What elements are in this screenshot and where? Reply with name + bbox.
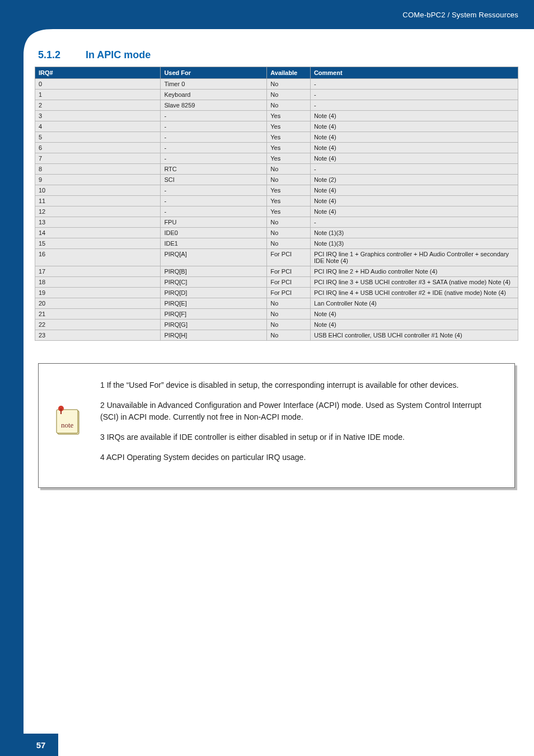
cell-irq: 8 [35,164,161,175]
table-row: 4-YesNote (4) [35,121,518,132]
cell-avail: Yes [267,206,311,217]
cell-comment: PCI IRQ line 4 + USB UCHI controller #2 … [310,288,518,298]
cell-irq: 5 [35,132,161,143]
cell-used: PIRQ[F] [161,309,267,320]
cell-comment: - [310,79,518,90]
table-row: 19PIRQ[D]For PCIPCI IRQ line 4 + USB UCH… [35,288,518,298]
cell-avail: Yes [267,111,311,121]
cell-irq: 15 [35,238,161,249]
page-number: 57 [24,734,58,756]
cell-used: PIRQ[G] [161,320,267,330]
cell-irq: 18 [35,277,161,288]
cell-avail: Yes [267,196,311,206]
col-header-irq: IRQ# [35,67,161,79]
section-heading: 5.1.2 In APIC mode [38,49,518,61]
cell-used: Keyboard [161,90,267,100]
cell-comment: Lan Controller Note (4) [310,298,518,309]
cell-avail: For PCI [267,288,311,298]
cell-used: PIRQ[H] [161,330,267,341]
table-row: 13FPUNo- [35,217,518,228]
table-row: 3-YesNote (4) [35,111,518,121]
breadcrumb: COMe-bPC2 / System Ressources [402,11,518,19]
cell-comment: Note (4) [310,309,518,320]
cell-avail: No [267,175,311,185]
cell-comment: Note (4) [310,206,518,217]
cell-used: PIRQ[C] [161,277,267,288]
cell-avail: Yes [267,153,311,164]
note-2: 2 Unavailable in Advanced Configuration … [100,400,499,422]
cell-comment: Note (4) [310,185,518,196]
cell-comment: Note (1)(3) [310,238,518,249]
section-title: In APIC mode [86,49,151,60]
cell-avail: No [267,100,311,111]
table-row: 2Slave 8259No- [35,100,518,111]
cell-avail: No [267,217,311,228]
cell-avail: Yes [267,121,311,132]
cell-avail: Yes [267,132,311,143]
cell-avail: No [267,330,311,341]
cell-comment: PCI IRQ line 2 + HD Audio controller Not… [310,266,518,277]
cell-irq: 14 [35,228,161,238]
note-3: 3 IRQs are available if IDE controller i… [100,431,499,443]
table-row: 0Timer 0No- [35,79,518,90]
col-header-used: Used For [161,67,267,79]
cell-comment: Note (4) [310,153,518,164]
cell-comment: Note (1)(3) [310,228,518,238]
table-row: 15IDE1NoNote (1)(3) [35,238,518,249]
cell-irq: 4 [35,121,161,132]
section-number: 5.1.2 [38,49,83,61]
irq-table: IRQ# Used For Available Comment 0Timer 0… [35,67,518,341]
note-1: 1 If the “Used For” device is disabled i… [100,379,499,391]
cell-irq: 21 [35,309,161,320]
cell-used: - [161,206,267,217]
cell-comment: - [310,90,518,100]
cell-comment: USB EHCI controller, USB UCHI controller… [310,330,518,341]
cell-irq: 0 [35,79,161,90]
cell-avail: For PCI [267,266,311,277]
table-row: 9SCINoNote (2) [35,175,518,185]
content: 5.1.2 In APIC mode IRQ# Used For Availab… [35,49,518,488]
table-row: 22PIRQ[G]NoNote (4) [35,320,518,330]
cell-used: - [161,153,267,164]
note-4: 4 ACPI Operating System decides on parti… [100,452,499,463]
left-band [0,0,24,756]
cell-used: - [161,196,267,206]
cell-irq: 7 [35,153,161,164]
cell-used: PIRQ[D] [161,288,267,298]
cell-comment: PCI IRQ line 3 + USB UCHI controller #3 … [310,277,518,288]
table-row: 8RTCNo- [35,164,518,175]
cell-comment: Note (4) [310,121,518,132]
cell-irq: 16 [35,249,161,266]
cell-avail: For PCI [267,249,311,266]
table-row: 17PIRQ[B]For PCIPCI IRQ line 2 + HD Audi… [35,266,518,277]
cell-used: IDE1 [161,238,267,249]
cell-comment: - [310,217,518,228]
cell-avail: For PCI [267,277,311,288]
cell-used: PIRQ[A] [161,249,267,266]
table-row: 18PIRQ[C]For PCIPCI IRQ line 3 + USB UCH… [35,277,518,288]
cell-used: - [161,185,267,196]
cell-avail: No [267,238,311,249]
col-header-comment: Comment [310,67,518,79]
cell-comment: PCI IRQ line 1 + Graphics controller + H… [310,249,518,266]
col-header-available: Available [267,67,311,79]
cell-used: RTC [161,164,267,175]
cell-irq: 22 [35,320,161,330]
table-row: 6-YesNote (4) [35,143,518,153]
cell-comment: Note (4) [310,143,518,153]
table-row: 7-YesNote (4) [35,153,518,164]
table-row: 21PIRQ[F]NoNote (4) [35,309,518,320]
cell-irq: 19 [35,288,161,298]
cell-used: - [161,121,267,132]
cell-avail: No [267,320,311,330]
cell-irq: 20 [35,298,161,309]
cell-comment: - [310,164,518,175]
cell-comment: - [310,100,518,111]
cell-avail: No [267,309,311,320]
table-row: 10-YesNote (4) [35,185,518,196]
cell-avail: No [267,164,311,175]
cell-comment: Note (4) [310,320,518,330]
cell-avail: No [267,90,311,100]
cell-used: - [161,143,267,153]
table-row: 1KeyboardNo- [35,90,518,100]
